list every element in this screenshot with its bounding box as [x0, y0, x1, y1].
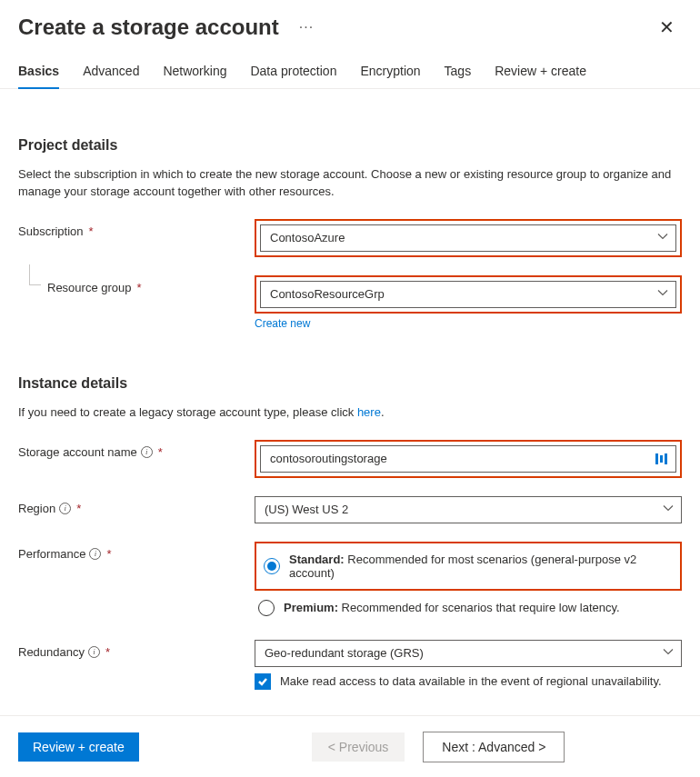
tab-data-protection[interactable]: Data protection	[250, 64, 336, 88]
info-icon[interactable]: i	[88, 646, 100, 658]
redundancy-label: Redundancy i *	[18, 640, 255, 659]
redundancy-select[interactable]: Geo-redundant storage (GRS)	[255, 640, 682, 667]
footer: Review + create < Previous Next : Advanc…	[0, 715, 700, 777]
section-instance-heading: Instance details	[18, 375, 682, 392]
storage-name-label: Storage account name i *	[18, 440, 255, 459]
chevron-down-icon	[663, 503, 674, 516]
performance-premium-radio[interactable]: Premium: Recommended for scenarios that …	[255, 594, 682, 622]
close-icon[interactable]: ✕	[652, 13, 682, 42]
tab-review-create[interactable]: Review + create	[495, 64, 586, 88]
tab-encryption[interactable]: Encryption	[360, 64, 420, 88]
section-instance-desc: If you need to create a legacy storage a…	[18, 404, 682, 422]
section-project-heading: Project details	[18, 137, 682, 154]
region-label: Region i *	[18, 496, 255, 515]
read-access-checkbox[interactable]: Make read access to data available in th…	[255, 667, 682, 696]
region-select[interactable]: (US) West US 2	[255, 496, 682, 523]
tab-advanced[interactable]: Advanced	[83, 64, 139, 88]
resource-group-label: Resource group*	[18, 275, 255, 294]
subscription-select[interactable]: ContosoAzure	[260, 224, 676, 252]
previous-button: < Previous	[312, 732, 405, 762]
info-icon[interactable]: i	[89, 548, 101, 560]
storage-name-field[interactable]	[270, 452, 650, 465]
info-icon[interactable]: i	[141, 446, 153, 458]
subscription-label: Subscription*	[18, 219, 255, 238]
tab-tags[interactable]: Tags	[445, 64, 472, 88]
storage-icon	[655, 452, 670, 466]
chevron-down-icon	[657, 287, 668, 301]
next-button[interactable]: Next : Advanced >	[423, 732, 565, 762]
more-icon[interactable]: ···	[299, 19, 314, 35]
create-new-resource-group-link[interactable]: Create new	[255, 317, 682, 330]
form-scroll[interactable]: Project details Select the subscription …	[0, 105, 700, 715]
tab-basics[interactable]: Basics	[18, 64, 59, 89]
info-icon[interactable]: i	[59, 503, 71, 514]
chevron-down-icon	[657, 231, 668, 244]
performance-standard-radio[interactable]: Standard: Recommended for most scenarios…	[260, 547, 676, 585]
radio-selected-icon	[264, 558, 280, 574]
section-project-desc: Select the subscription in which to crea…	[18, 166, 682, 201]
chevron-down-icon	[663, 646, 674, 660]
storage-name-input[interactable]	[260, 445, 676, 473]
resource-group-select[interactable]: ContosoResourceGrp	[260, 281, 676, 308]
radio-unselected-icon	[258, 600, 275, 616]
review-create-button[interactable]: Review + create	[18, 732, 139, 762]
performance-label: Performance i *	[18, 542, 255, 561]
page-title: Create a storage account	[18, 15, 279, 40]
checkbox-checked-icon	[255, 673, 271, 690]
tab-networking[interactable]: Networking	[163, 64, 226, 88]
tabs: Basics Advanced Networking Data protecti…	[0, 47, 700, 89]
legacy-here-link[interactable]: here	[357, 405, 381, 419]
